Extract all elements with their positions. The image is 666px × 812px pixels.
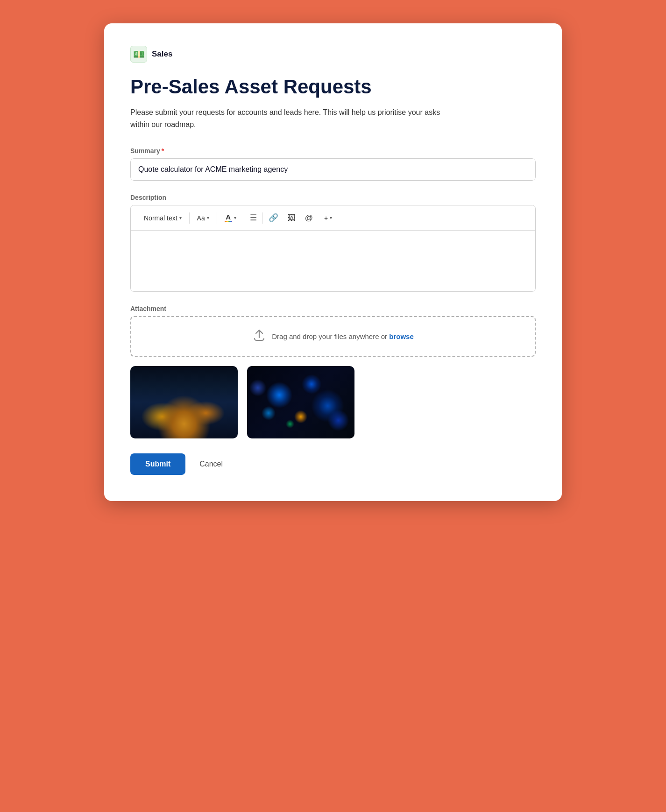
chevron-down-icon-3: ▾ xyxy=(234,215,236,220)
brand-icon: 💵 xyxy=(130,46,147,63)
brand-row: 💵 Sales xyxy=(130,46,536,63)
font-color-icon: A xyxy=(225,213,232,222)
description-section: Description Normal text ▾ Aa ▾ A xyxy=(130,194,536,292)
form-card: 💵 Sales Pre-Sales Asset Requests Please … xyxy=(104,23,562,501)
toolbar-divider-2 xyxy=(217,212,217,224)
cancel-button[interactable]: Cancel xyxy=(195,453,227,475)
chevron-down-icon-4: ▾ xyxy=(330,215,332,220)
chevron-down-icon: ▾ xyxy=(179,215,182,220)
browse-link[interactable]: browse xyxy=(389,332,414,340)
list-icon: ☰ xyxy=(250,213,257,223)
page-description: Please submit your requests for accounts… xyxy=(130,106,457,130)
link-icon: 🔗 xyxy=(269,213,278,223)
summary-input[interactable] xyxy=(130,158,536,181)
editor-toolbar: Normal text ▾ Aa ▾ A ▾ xyxy=(131,205,535,231)
normal-text-dropdown[interactable]: Normal text ▾ xyxy=(137,212,188,225)
submit-button[interactable]: Submit xyxy=(130,453,185,475)
at-icon: @ xyxy=(305,213,313,223)
thumbnail-bokeh[interactable] xyxy=(247,366,354,438)
chevron-down-icon-2: ▾ xyxy=(207,215,209,220)
page-title: Pre-Sales Asset Requests xyxy=(130,76,536,98)
toolbar-divider-4 xyxy=(262,212,263,224)
description-input[interactable] xyxy=(131,231,535,291)
action-row: Submit Cancel xyxy=(130,453,536,475)
brand-name: Sales xyxy=(152,49,172,59)
toolbar-divider-3 xyxy=(244,212,244,224)
font-style-dropdown[interactable]: Aa ▾ xyxy=(191,212,216,225)
list-button[interactable]: ☰ xyxy=(245,210,262,226)
description-editor: Normal text ▾ Aa ▾ A ▾ xyxy=(130,205,536,292)
attachment-label: Attachment xyxy=(130,305,536,312)
attachment-section: Attachment Drag and drop your files anyw… xyxy=(130,305,536,438)
file-drop-zone[interactable]: Drag and drop your files anywhere or bro… xyxy=(130,316,536,357)
thumbnails-row xyxy=(130,366,536,438)
link-button[interactable]: 🔗 xyxy=(264,210,283,226)
required-indicator: * xyxy=(162,147,164,155)
plus-icon: + xyxy=(324,214,328,222)
summary-section: Summary * xyxy=(130,147,536,181)
font-color-underline xyxy=(225,221,232,222)
thumbnail-harbor[interactable] xyxy=(130,366,238,438)
upload-icon xyxy=(252,328,266,345)
summary-label: Summary * xyxy=(130,147,536,155)
toolbar-divider-1 xyxy=(189,212,190,224)
image-icon: 🖼 xyxy=(288,213,296,223)
more-options-dropdown[interactable]: + ▾ xyxy=(318,212,339,225)
font-color-dropdown[interactable]: A ▾ xyxy=(218,211,243,225)
drop-zone-text: Drag and drop your files anywhere or bro… xyxy=(272,332,413,340)
image-button[interactable]: 🖼 xyxy=(283,211,300,226)
mention-button[interactable]: @ xyxy=(300,211,318,226)
description-label: Description xyxy=(130,194,536,201)
